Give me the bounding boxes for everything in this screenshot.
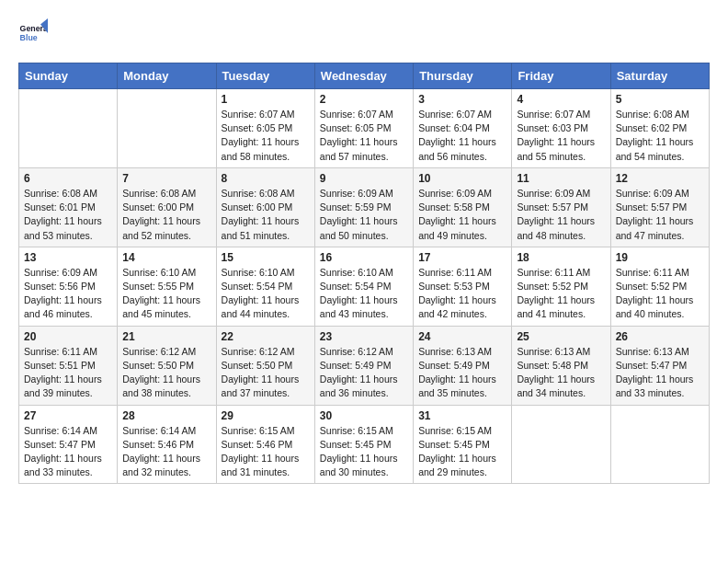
calendar-cell: 19 Sunrise: 6:11 AM Sunset: 5:52 PM Dayl…	[610, 247, 709, 326]
sunrise: Sunrise: 6:12 AM	[320, 346, 393, 357]
daylight: Daylight: 11 hours and 42 minutes.	[418, 294, 496, 319]
sunset: Sunset: 5:56 PM	[24, 281, 96, 292]
day-number: 18	[517, 251, 605, 264]
sunset: Sunset: 6:05 PM	[222, 122, 293, 133]
calendar-cell	[512, 405, 610, 484]
sunset: Sunset: 5:50 PM	[122, 360, 194, 371]
daylight: Daylight: 11 hours and 37 minutes.	[222, 373, 300, 398]
sunrise: Sunrise: 6:10 AM	[320, 267, 393, 278]
cell-info: Sunrise: 6:11 AM Sunset: 5:52 PM Dayligh…	[517, 266, 605, 322]
calendar-cell: 1 Sunrise: 6:07 AM Sunset: 6:05 PM Dayli…	[216, 89, 314, 168]
day-number: 26	[616, 330, 704, 343]
sunset: Sunset: 6:03 PM	[517, 122, 588, 133]
cell-info: Sunrise: 6:07 AM Sunset: 6:04 PM Dayligh…	[418, 108, 506, 164]
sunset: Sunset: 6:02 PM	[616, 122, 688, 133]
sunset: Sunset: 5:57 PM	[517, 201, 588, 213]
day-number: 7	[122, 172, 210, 185]
day-header-thursday: Thursday	[414, 63, 512, 89]
sunrise: Sunrise: 6:13 AM	[616, 346, 689, 357]
daylight: Daylight: 11 hours and 55 minutes.	[517, 136, 595, 161]
cell-info: Sunrise: 6:12 AM Sunset: 5:50 PM Dayligh…	[122, 345, 210, 401]
daylight: Daylight: 11 hours and 46 minutes.	[24, 294, 102, 319]
calendar-cell	[610, 405, 709, 484]
day-number: 17	[418, 251, 506, 264]
day-number: 8	[222, 172, 310, 185]
day-number: 4	[517, 93, 605, 106]
daylight: Daylight: 11 hours and 43 minutes.	[320, 294, 398, 319]
daylight: Daylight: 11 hours and 33 minutes.	[24, 453, 102, 477]
cell-info: Sunrise: 6:13 AM Sunset: 5:47 PM Dayligh…	[616, 345, 704, 401]
sunset: Sunset: 5:57 PM	[616, 201, 688, 213]
logo-icon: General Blue	[18, 18, 48, 48]
cell-info: Sunrise: 6:08 AM Sunset: 6:00 PM Dayligh…	[122, 187, 210, 243]
day-number: 14	[122, 251, 210, 264]
cell-info: Sunrise: 6:11 AM Sunset: 5:52 PM Dayligh…	[616, 266, 704, 322]
cell-info: Sunrise: 6:09 AM Sunset: 5:58 PM Dayligh…	[418, 187, 506, 243]
calendar-week-2: 6 Sunrise: 6:08 AM Sunset: 6:01 PM Dayli…	[19, 167, 710, 247]
sunset: Sunset: 5:49 PM	[320, 360, 392, 371]
daylight: Daylight: 11 hours and 49 minutes.	[418, 215, 496, 240]
cell-info: Sunrise: 6:09 AM Sunset: 5:57 PM Dayligh…	[517, 187, 605, 243]
sunset: Sunset: 5:54 PM	[320, 281, 392, 292]
day-number: 28	[122, 409, 210, 422]
cell-info: Sunrise: 6:15 AM Sunset: 5:45 PM Dayligh…	[418, 424, 506, 480]
sunrise: Sunrise: 6:14 AM	[122, 425, 196, 436]
daylight: Daylight: 11 hours and 34 minutes.	[517, 373, 595, 398]
calendar-cell: 26 Sunrise: 6:13 AM Sunset: 5:47 PM Dayl…	[610, 326, 709, 405]
calendar-cell: 13 Sunrise: 6:09 AM Sunset: 5:56 PM Dayl…	[19, 247, 118, 326]
daylight: Daylight: 11 hours and 41 minutes.	[517, 294, 595, 319]
cell-info: Sunrise: 6:13 AM Sunset: 5:49 PM Dayligh…	[418, 345, 506, 401]
sunset: Sunset: 6:00 PM	[222, 201, 293, 213]
day-number: 27	[24, 409, 112, 422]
day-number: 9	[320, 172, 408, 185]
day-header-monday: Monday	[118, 63, 216, 89]
calendar-cell: 24 Sunrise: 6:13 AM Sunset: 5:49 PM Dayl…	[414, 326, 512, 405]
cell-info: Sunrise: 6:09 AM Sunset: 5:59 PM Dayligh…	[320, 187, 408, 243]
sunrise: Sunrise: 6:09 AM	[24, 267, 97, 278]
day-number: 25	[517, 330, 605, 343]
calendar-cell: 31 Sunrise: 6:15 AM Sunset: 5:45 PM Dayl…	[414, 405, 512, 484]
day-number: 10	[418, 172, 506, 185]
daylight: Daylight: 11 hours and 58 minutes.	[222, 136, 300, 161]
sunset: Sunset: 5:47 PM	[24, 439, 96, 450]
sunrise: Sunrise: 6:07 AM	[320, 109, 393, 120]
daylight: Daylight: 11 hours and 39 minutes.	[24, 373, 102, 398]
cell-info: Sunrise: 6:14 AM Sunset: 5:47 PM Dayligh…	[24, 424, 112, 480]
sunrise: Sunrise: 6:14 AM	[24, 425, 97, 436]
calendar-header-row: SundayMondayTuesdayWednesdayThursdayFrid…	[19, 63, 710, 89]
sunset: Sunset: 5:45 PM	[418, 439, 490, 450]
sunset: Sunset: 5:46 PM	[222, 439, 293, 450]
sunset: Sunset: 5:58 PM	[418, 201, 490, 213]
calendar-cell: 5 Sunrise: 6:08 AM Sunset: 6:02 PM Dayli…	[610, 89, 709, 168]
calendar-cell: 27 Sunrise: 6:14 AM Sunset: 5:47 PM Dayl…	[19, 405, 118, 484]
sunset: Sunset: 5:52 PM	[517, 281, 588, 292]
sunset: Sunset: 5:51 PM	[24, 360, 96, 371]
daylight: Daylight: 11 hours and 51 minutes.	[222, 215, 300, 240]
calendar-cell: 20 Sunrise: 6:11 AM Sunset: 5:51 PM Dayl…	[19, 326, 118, 405]
calendar-week-3: 13 Sunrise: 6:09 AM Sunset: 5:56 PM Dayl…	[19, 247, 710, 326]
sunset: Sunset: 5:46 PM	[122, 439, 194, 450]
sunset: Sunset: 5:50 PM	[222, 360, 293, 371]
day-number: 21	[122, 330, 210, 343]
sunset: Sunset: 6:04 PM	[418, 122, 490, 133]
cell-info: Sunrise: 6:12 AM Sunset: 5:49 PM Dayligh…	[320, 345, 408, 401]
sunset: Sunset: 5:59 PM	[320, 201, 392, 213]
calendar-cell	[19, 89, 118, 168]
sunset: Sunset: 6:01 PM	[24, 201, 96, 213]
calendar-week-4: 20 Sunrise: 6:11 AM Sunset: 5:51 PM Dayl…	[19, 326, 710, 405]
cell-info: Sunrise: 6:15 AM Sunset: 5:46 PM Dayligh…	[222, 424, 310, 480]
calendar-cell: 15 Sunrise: 6:10 AM Sunset: 5:54 PM Dayl…	[216, 247, 314, 326]
calendar-cell: 9 Sunrise: 6:09 AM Sunset: 5:59 PM Dayli…	[314, 167, 413, 247]
cell-info: Sunrise: 6:08 AM Sunset: 6:02 PM Dayligh…	[616, 108, 704, 164]
sunrise: Sunrise: 6:11 AM	[24, 346, 97, 357]
daylight: Daylight: 11 hours and 48 minutes.	[517, 215, 595, 240]
day-number: 29	[222, 409, 310, 422]
sunrise: Sunrise: 6:07 AM	[222, 109, 295, 120]
daylight: Daylight: 11 hours and 40 minutes.	[616, 294, 694, 319]
daylight: Daylight: 11 hours and 57 minutes.	[320, 136, 398, 161]
day-number: 6	[24, 172, 112, 185]
daylight: Daylight: 11 hours and 50 minutes.	[320, 215, 398, 240]
calendar-body: 1 Sunrise: 6:07 AM Sunset: 6:05 PM Dayli…	[19, 89, 710, 484]
calendar-cell: 30 Sunrise: 6:15 AM Sunset: 5:45 PM Dayl…	[314, 405, 413, 484]
cell-info: Sunrise: 6:15 AM Sunset: 5:45 PM Dayligh…	[320, 424, 408, 480]
